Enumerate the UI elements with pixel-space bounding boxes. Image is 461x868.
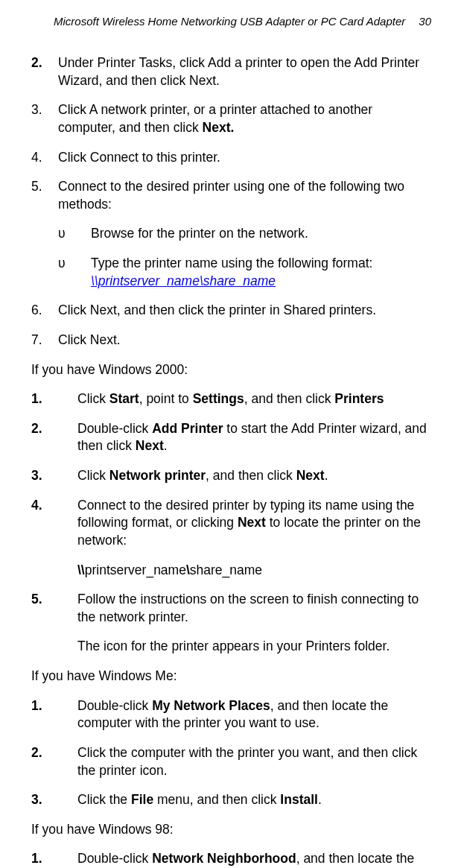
step-2: 2. Under Printer Tasks, click Add a prin… [31,54,431,89]
step-text: Click the File menu, and then click Inst… [77,791,431,809]
win2000-step-4: 4. Connect to the desired printer by typ… [31,497,431,550]
step-text: Click Connect to this printer. [58,149,431,167]
winme-step-1: 1. Double-click My Network Places, and t… [31,697,431,732]
bullet-marker: υ [58,225,91,243]
step-number: 1. [31,697,77,732]
win2000-step-2: 2. Double-click Add Printer to start the… [31,420,431,455]
bullet-text: Type the printer name using the followin… [91,255,431,290]
step-7: 7. Click Next. [31,332,431,349]
step-number: 1. [31,390,77,408]
win98-step-1: 1. Double-click Network Neighborhood, an… [31,850,431,868]
step-number: 2. [31,420,77,455]
step-text: Click Start, point to Settings, and then… [77,390,431,408]
winme-step-2: 2. Click the computer with the printer y… [31,744,431,779]
step-text: Click Network printer, and then click Ne… [77,467,431,485]
step-text: Click Next, and then click the printer i… [58,302,431,320]
step-number: 3. [31,791,77,809]
step-text: Double-click My Network Places, and then… [77,697,431,732]
header-title: Microsoft Wireless Home Networking USB A… [54,15,405,28]
bullet-2: υ Type the printer name using the follow… [31,255,431,290]
win2000-step-5: 5. Follow the instructions on the screen… [31,591,431,626]
step-text: Follow the instructions on the screen to… [77,591,431,626]
step-text: Connect to the desired printer by typing… [77,497,431,550]
bullet-marker: υ [58,255,91,290]
step-number: 2. [31,54,58,89]
step-text: Click A network printer, or a printer at… [58,101,431,136]
step-number: 4. [31,497,77,550]
step-number: 6. [31,302,58,320]
step-text: Connect to the desired printer using one… [58,178,431,213]
heading-winme: If you have Windows Me: [31,668,431,685]
win2000-step-3: 3. Click Network printer, and then click… [31,467,431,485]
step-number: 3. [31,101,58,136]
step-text: Double-click Add Printer to start the Ad… [77,420,431,455]
win2000-note: The icon for the printer appears in your… [31,638,431,656]
page-number: 30 [419,15,431,28]
unc-path-example: \\printserver_name\share_name [31,562,431,580]
page-header: Microsoft Wireless Home Networking USB A… [31,15,431,28]
step-text: Double-click Network Neighborhood, and t… [77,850,431,868]
step-number: 3. [31,467,77,485]
step-number: 1. [31,850,77,868]
bullet-text: Browse for the printer on the network. [91,225,431,243]
document-page: Microsoft Wireless Home Networking USB A… [0,0,461,868]
step-number: 5. [31,178,58,213]
bullet-1: υ Browse for the printer on the network. [31,225,431,243]
step-number: 2. [31,744,77,779]
heading-win2000: If you have Windows 2000: [31,361,431,379]
step-number: 5. [31,591,77,626]
win2000-step-1: 1. Click Start, point to Settings, and t… [31,390,431,408]
unc-path-link[interactable]: \\printserver_name\share_name [91,273,276,288]
step-number: 7. [31,332,58,349]
step-text: Under Printer Tasks, click Add a printer… [58,54,431,89]
step-number: 4. [31,149,58,167]
winme-step-3: 3. Click the File menu, and then click I… [31,791,431,809]
step-5: 5. Connect to the desired printer using … [31,178,431,213]
step-6: 6. Click Next, and then click the printe… [31,302,431,320]
step-4: 4. Click Connect to this printer. [31,149,431,167]
step-text: Click Next. [58,332,431,349]
heading-win98: If you have Windows 98: [31,821,431,839]
step-3: 3. Click A network printer, or a printer… [31,101,431,136]
step-text: Click the computer with the printer you … [77,744,431,779]
